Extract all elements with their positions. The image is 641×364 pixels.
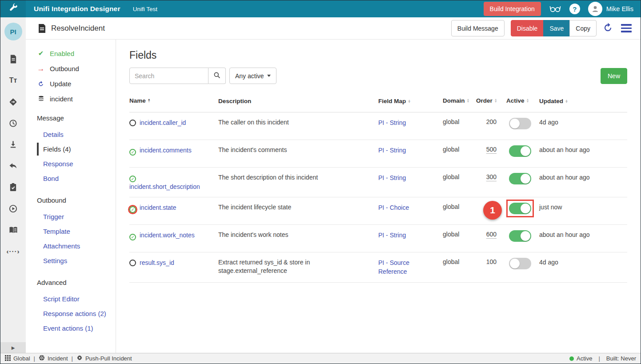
row-status-icon: [129, 206, 136, 213]
nav-incident[interactable]: incident: [37, 95, 116, 103]
nav-response-actions[interactable]: Response actions (2): [37, 307, 116, 320]
file-icon[interactable]: [4, 50, 22, 68]
integration-avatar[interactable]: PI: [4, 23, 22, 40]
field-name-link[interactable]: incident.comments: [140, 147, 192, 154]
active-toggle[interactable]: [509, 230, 531, 242]
column-header-order[interactable]: Order▲▼: [476, 97, 499, 104]
search-icon: [213, 72, 220, 80]
code-icon[interactable]: ‹···›: [4, 242, 22, 260]
table-row: incident.caller_id The caller on this in…: [129, 112, 627, 140]
field-map-link[interactable]: PI - Choice: [378, 204, 409, 211]
reply-icon[interactable]: [4, 157, 22, 175]
download-icon[interactable]: [4, 136, 22, 153]
table-row: incident.comments The incident's comment…: [129, 140, 627, 168]
build-integration-button[interactable]: Build Integration: [484, 2, 541, 16]
annotation-outline: [506, 200, 534, 217]
nav-details[interactable]: Details: [37, 128, 116, 141]
column-header-domain[interactable]: Domain▲▼: [443, 97, 476, 104]
nav-outbound[interactable]: → Outbound: [37, 65, 116, 72]
field-domain: global: [443, 231, 476, 238]
nav-enabled[interactable]: ✔ Enabled: [37, 49, 116, 57]
preview-glasses-button[interactable]: [549, 4, 561, 15]
row-status-icon: [129, 234, 136, 240]
diamond-arrow-icon[interactable]: [4, 93, 22, 111]
nav-update[interactable]: Update: [37, 80, 116, 88]
nav-response[interactable]: Response: [37, 157, 116, 170]
active-cell: 1: [499, 203, 539, 219]
row-status-icon: [129, 176, 136, 182]
main-content: Fields Any active New Name▲▼: [116, 40, 641, 353]
field-map-link[interactable]: PI - String: [378, 232, 406, 239]
top-bar: Unifi Integration Designer Unifi Test Bu…: [0, 0, 641, 17]
active-toggle[interactable]: [509, 258, 531, 269]
section-title-advanced: Advanced: [37, 279, 116, 286]
nav-trigger[interactable]: Trigger: [37, 210, 116, 223]
nav-fields[interactable]: Fields (4): [37, 143, 116, 156]
column-header-field-map[interactable]: Field Map▲▼: [378, 97, 443, 105]
search-input[interactable]: [129, 68, 208, 84]
copy-button[interactable]: Copy: [569, 20, 597, 36]
statusbar-global[interactable]: Global: [5, 355, 30, 362]
field-description: Extract returned sys_id & store in stage…: [218, 258, 378, 275]
document-icon: [38, 24, 46, 33]
wrench-logo[interactable]: [0, 0, 26, 17]
column-header-active[interactable]: Active▲▼: [499, 97, 539, 104]
statusbar-incident[interactable]: Incident: [39, 355, 68, 362]
nav-bond[interactable]: Bond: [37, 172, 116, 185]
column-header-updated[interactable]: Updated▲▼: [539, 97, 597, 106]
play-circle-icon[interactable]: [4, 200, 22, 217]
active-toggle[interactable]: [509, 203, 531, 214]
nav-attachments[interactable]: Attachments: [37, 240, 116, 252]
table-row: incident.work_notes The incident's work …: [129, 225, 627, 252]
field-map-link[interactable]: PI - String: [378, 174, 406, 181]
text-icon[interactable]: Tт: [4, 72, 22, 89]
help-icon: ?: [569, 4, 580, 14]
field-order[interactable]: 300: [486, 173, 497, 180]
field-name-link[interactable]: incident.short_description: [129, 183, 200, 190]
new-button[interactable]: New: [601, 68, 627, 84]
field-name-link[interactable]: incident.work_notes: [140, 232, 195, 239]
section-title-message: Message: [37, 114, 116, 122]
disable-button[interactable]: Disable: [511, 20, 544, 36]
user-menu[interactable]: Mike Ellis: [588, 2, 633, 16]
help-button[interactable]: ?: [569, 4, 580, 14]
statusbar-process[interactable]: Push-Pull Incident: [76, 355, 132, 362]
table-row: incident.short_description The short des…: [129, 168, 627, 197]
action-button-group: Disable Save Copy: [511, 20, 597, 36]
chevron-down-icon: [267, 75, 271, 77]
field-order[interactable]: 500: [486, 146, 497, 153]
field-name-link[interactable]: incident.state: [140, 204, 176, 211]
field-updated: 4d ago: [539, 258, 597, 267]
nav-settings[interactable]: Settings: [37, 254, 116, 267]
active-cell: [499, 258, 539, 274]
annotation-outline: [506, 170, 534, 188]
field-name-link[interactable]: result.sys_id: [140, 259, 174, 266]
nav-event-actions[interactable]: Event actions (1): [37, 322, 116, 335]
nav-template[interactable]: Template: [37, 225, 116, 238]
build-message-button[interactable]: Build Message: [451, 20, 505, 36]
menu-button[interactable]: [619, 22, 633, 34]
row-status-icon: [129, 260, 136, 266]
nav-script-editor[interactable]: Script Editor: [37, 292, 116, 305]
field-map-link[interactable]: PI - Source Reference: [378, 259, 409, 275]
field-order[interactable]: 600: [486, 231, 497, 238]
field-name-link[interactable]: incident.caller_id: [140, 119, 186, 126]
search-button[interactable]: [208, 68, 226, 84]
active-filter-dropdown[interactable]: Any active: [229, 68, 276, 84]
history-icon[interactable]: [4, 114, 22, 132]
status-bar: Global | Incident | Push-Pull Incident A…: [0, 353, 641, 364]
database-icon: [37, 96, 45, 102]
clipboard-check-icon[interactable]: [4, 178, 22, 196]
active-toggle[interactable]: [509, 145, 531, 157]
refresh-button[interactable]: [603, 23, 613, 34]
collapse-sidebar-button[interactable]: ▶: [0, 342, 26, 353]
field-description: The incident's work notes: [218, 231, 378, 239]
active-toggle[interactable]: [509, 118, 531, 129]
field-map-link[interactable]: PI - String: [378, 147, 406, 154]
book-icon[interactable]: [4, 221, 22, 239]
app-subtitle[interactable]: Unifi Test: [133, 6, 157, 12]
column-header-name[interactable]: Name▲▼: [129, 97, 218, 104]
active-toggle[interactable]: [509, 173, 531, 184]
save-button[interactable]: Save: [543, 20, 570, 36]
field-map-link[interactable]: PI - String: [378, 119, 406, 126]
